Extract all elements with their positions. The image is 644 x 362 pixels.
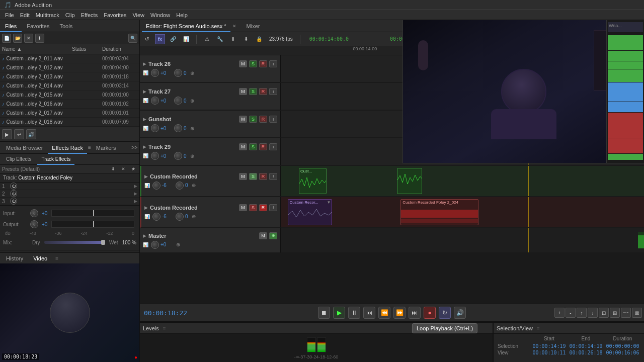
play-btn-transport[interactable]: ▶ xyxy=(333,307,345,319)
panel-expand-btn[interactable]: >> xyxy=(131,145,137,150)
effect-slot-2[interactable]: 2 ⏻ ▶ xyxy=(0,190,139,198)
pan-knob-29[interactable] xyxy=(174,152,182,160)
open-file-btn[interactable]: 📂 xyxy=(13,34,22,43)
vol-knob-gunshot[interactable] xyxy=(151,124,159,132)
power-btn-2[interactable]: ⏻ xyxy=(10,190,17,197)
subtab-track-effects[interactable]: Track Effects xyxy=(37,154,74,165)
zoom-in-y-btn[interactable]: ↑ xyxy=(577,308,587,318)
vol-knob-27[interactable] xyxy=(151,97,159,105)
mute-btn-master[interactable]: M xyxy=(259,232,267,239)
input-btn-custom-1[interactable]: I xyxy=(269,173,277,180)
input-knob[interactable]: ○ xyxy=(30,209,38,217)
solo-btn-custom-1[interactable]: S xyxy=(249,173,257,180)
new-file-btn[interactable]: 📄 xyxy=(2,34,11,43)
tab-favorites[interactable]: Favorites xyxy=(22,20,54,32)
effect-slot-3[interactable]: 3 ⏻ ▶ xyxy=(0,198,139,205)
audio-clip-c1-1[interactable]: Cust... xyxy=(299,168,327,194)
refresh-btn[interactable]: ↺ xyxy=(142,34,152,44)
mute-btn-27[interactable]: M xyxy=(239,88,247,95)
pan-knob-c2[interactable] xyxy=(176,213,184,221)
play-btn[interactable]: ▶ xyxy=(2,129,12,139)
tab-markers[interactable]: Markers xyxy=(92,142,120,154)
menu-multitrack[interactable]: Multitrack xyxy=(33,12,62,18)
import-btn[interactable]: ⬇ xyxy=(35,34,44,43)
effect-slot-1[interactable]: 1 ⏻ ▶ xyxy=(0,183,139,190)
tab-effects-rack[interactable]: Effects Rack xyxy=(48,142,87,154)
menu-view[interactable]: View xyxy=(129,12,147,18)
zoom-fit-btn[interactable]: ⊡ xyxy=(599,308,609,318)
solo-btn-29[interactable]: S xyxy=(249,143,257,150)
solo-btn-26[interactable]: S xyxy=(249,60,257,67)
mute-btn-29[interactable]: M xyxy=(239,143,247,150)
output-knob[interactable]: ○ xyxy=(30,220,38,228)
zoom-full-btn[interactable]: ⊞ xyxy=(610,308,620,318)
input-btn-custom-2[interactable]: I xyxy=(269,204,277,211)
record-btn-27[interactable]: R xyxy=(259,88,267,95)
mute-btn-26[interactable]: M xyxy=(239,60,247,67)
subtab-clip-effects[interactable]: Clip Effects xyxy=(2,154,35,165)
mute-btn-custom-2[interactable]: M xyxy=(239,204,247,211)
solo-btn-custom-2[interactable]: S xyxy=(249,204,257,211)
zoom-wave-btn[interactable]: 〰 xyxy=(621,308,631,318)
zoom-reset-btn[interactable]: ⊠ xyxy=(632,308,642,318)
master-out-btn[interactable]: ⊕ xyxy=(269,232,277,239)
edit-tool4[interactable]: ⬇ xyxy=(241,34,251,44)
list-item[interactable]: ♪ Custom ..oley 2_015.wav 00:00:01:00 xyxy=(0,90,139,100)
editor-close-btn[interactable]: ✕ xyxy=(232,24,236,29)
list-item[interactable]: ♪ Custom ..oley 2_016.wav 00:00:01:02 xyxy=(0,100,139,109)
menu-effects[interactable]: Effects xyxy=(78,12,101,18)
solo-btn-27[interactable]: S xyxy=(249,88,257,95)
edit-tool2[interactable]: 🔧 xyxy=(215,34,225,44)
menu-window[interactable]: Window xyxy=(147,12,173,18)
zoom-out-x-btn[interactable]: - xyxy=(566,308,576,318)
pause-btn[interactable]: ⏸ xyxy=(348,307,360,319)
tab-editor[interactable]: Editor: Flight Scene Audio.sesx * xyxy=(142,20,230,32)
list-item[interactable]: ♪ Custom ..oley 2_011.wav 00:00:03:04 xyxy=(0,54,139,63)
input-btn-gunshot[interactable]: I xyxy=(269,116,277,123)
zoom-out-y-btn[interactable]: ↓ xyxy=(588,308,598,318)
vol-knob-29[interactable] xyxy=(151,152,159,160)
menu-edit[interactable]: Edit xyxy=(17,12,33,18)
delete-preset-btn[interactable]: ✕ xyxy=(119,165,127,173)
power-btn-3[interactable]: ⏻ xyxy=(10,198,17,205)
vol-knob-c1[interactable] xyxy=(152,182,160,190)
list-item[interactable]: ♪ Custom ..oley 2_013.wav 00:00:01:18 xyxy=(0,72,139,81)
zoom-in-x-btn[interactable]: + xyxy=(554,308,565,318)
power-btn-1[interactable]: ⏻ xyxy=(10,183,17,190)
tab-media-browser[interactable]: Media Browser xyxy=(2,142,47,154)
save-preset-btn[interactable]: ⬇ xyxy=(109,165,117,173)
loop-btn[interactable]: ↩ xyxy=(14,129,24,139)
record-btn-custom-1[interactable]: R xyxy=(259,173,267,180)
mute-btn-gunshot[interactable]: M xyxy=(239,116,247,123)
ff-btn[interactable]: ⏩ xyxy=(393,307,406,319)
record-btn-transport[interactable]: ● xyxy=(424,307,436,319)
list-item[interactable]: ♪ Custom ..oley 2_017.wav 00:00:01:01 xyxy=(0,109,139,118)
tab-mixer[interactable]: Mixer xyxy=(243,20,264,32)
menu-favorites[interactable]: Favorites xyxy=(101,12,129,18)
menu-help[interactable]: Help xyxy=(173,12,191,18)
input-btn-27[interactable]: I xyxy=(269,88,277,95)
audio-clip-c2-1[interactable]: Custom Recor...▼ xyxy=(288,199,332,225)
record-btn-29[interactable]: R xyxy=(259,143,267,150)
input-btn-26[interactable]: I xyxy=(269,60,277,67)
tab-history[interactable]: History xyxy=(2,253,27,264)
vol-knob-c2[interactable] xyxy=(152,213,160,221)
input-btn-29[interactable]: I xyxy=(269,143,277,150)
chart-btn[interactable]: 📊 xyxy=(181,34,191,44)
record-btn-26[interactable]: R xyxy=(259,60,267,67)
star-preset-btn[interactable]: ★ xyxy=(129,165,137,173)
next-btn[interactable]: ⏭ xyxy=(409,307,421,319)
volume-btn[interactable]: 🔊 xyxy=(26,129,36,139)
list-item[interactable]: ♪ Custom ..oley 2_018.wav 00:00:07:09 xyxy=(0,118,139,127)
prev-btn[interactable]: ⏮ xyxy=(363,307,375,319)
tab-video[interactable]: Video xyxy=(29,253,51,264)
list-item[interactable]: ♪ Custom ..oley 2_012.wav 00:00:04:00 xyxy=(0,63,139,72)
menu-file[interactable]: File xyxy=(2,12,17,18)
rew-btn[interactable]: ⏪ xyxy=(378,307,390,319)
record-btn-custom-2[interactable]: R xyxy=(259,204,267,211)
solo-btn-gunshot[interactable]: S xyxy=(249,116,257,123)
menu-clip[interactable]: Clip xyxy=(62,12,78,18)
edit-tool3[interactable]: ⬆ xyxy=(228,34,238,44)
search-btn[interactable]: 🔍 xyxy=(128,34,137,43)
pan-knob-26[interactable] xyxy=(174,69,182,77)
